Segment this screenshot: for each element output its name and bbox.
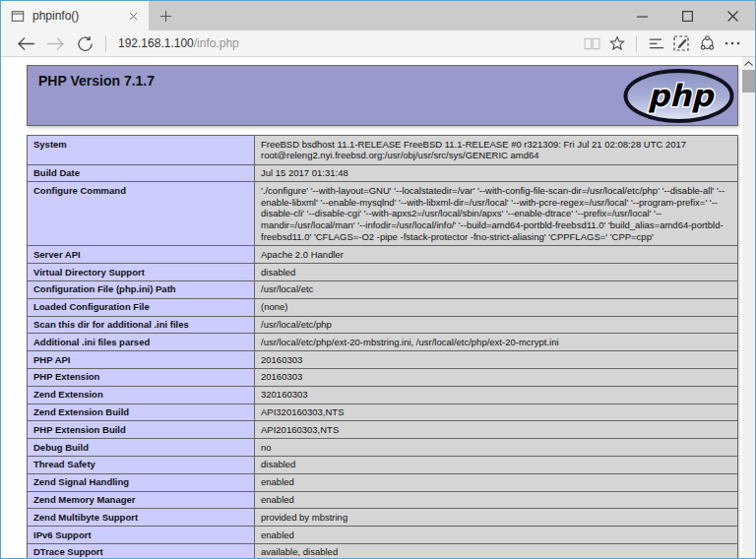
row-value: (none) (255, 298, 738, 316)
row-value: 20160303 (255, 368, 738, 386)
row-label: PHP API (28, 351, 255, 369)
phpinfo-table-body: SystemFreeBSD bsdhost 11.1-RELEASE FreeB… (28, 136, 738, 559)
row-label: IPv6 Support (28, 527, 255, 544)
row-value: available, disabled (255, 543, 738, 558)
row-value: enabled (255, 527, 738, 544)
row-label: PHP Extension (28, 368, 255, 386)
title-bar: phpinfo() (1, 1, 755, 31)
forward-button[interactable] (40, 31, 70, 56)
browser-tab[interactable]: phpinfo() (1, 1, 149, 31)
php-logo: php (623, 69, 734, 123)
table-row: DTrace Supportavailable, disabled (28, 543, 738, 558)
row-value: disabled (255, 264, 738, 281)
row-value: provided by mbstring (255, 509, 738, 527)
row-label: Zend Signal Handling (28, 473, 255, 491)
scroll-up-icon[interactable] (742, 57, 755, 69)
browser-window: phpinfo() (0, 0, 756, 559)
toolbar-separator (105, 35, 106, 52)
table-row: Configuration File (php.ini) Path/usr/lo… (28, 280, 738, 298)
row-label: Additional .ini files parsed (28, 334, 255, 351)
row-value: disabled (255, 456, 738, 473)
reading-view-icon[interactable] (579, 31, 604, 56)
row-value: Jul 15 2017 01:31:48 (255, 164, 738, 182)
share-icon[interactable] (694, 31, 720, 56)
table-row: Zend Extension BuildAPI320160303,NTS (28, 404, 738, 421)
row-label: Zend Memory Manager (28, 491, 255, 509)
row-label: DTrace Support (28, 543, 255, 558)
row-value: './configure' '--with-layout=GNU' '--loc… (255, 182, 738, 246)
table-row: Zend Signal Handlingenabled (28, 473, 738, 491)
table-row: Configure Command'./configure' '--with-l… (28, 182, 738, 246)
row-label: Configure Command (28, 182, 255, 246)
url-path: /info.php (194, 36, 239, 50)
row-label: Configuration File (php.ini) Path (28, 280, 255, 298)
url-host: 192.168.1.100 (118, 36, 194, 50)
row-value: API20160303,NTS (255, 421, 738, 439)
row-value: enabled (255, 491, 738, 509)
php-logo-text: php (648, 78, 715, 113)
row-value: /usr/local/etc/php (255, 316, 738, 334)
table-row: Zend Extension320160303 (28, 386, 738, 404)
row-label: Zend Extension Build (28, 404, 255, 421)
phpinfo-table: SystemFreeBSD bsdhost 11.1-RELEASE FreeB… (27, 135, 738, 558)
row-label: System (28, 136, 255, 165)
row-label: Build Date (28, 164, 255, 182)
tab-title: phpinfo() (32, 9, 117, 23)
page-content: PHP Version 7.1.7 php (1, 57, 755, 558)
row-value: API320160303,NTS (255, 404, 738, 421)
table-row: Build DateJul 15 2017 01:31:48 (28, 164, 738, 182)
back-button[interactable] (11, 31, 40, 56)
table-row: Loaded Configuration File(none) (28, 298, 738, 316)
window-controls (619, 1, 755, 31)
table-row: Debug Buildno (28, 439, 738, 457)
phpinfo-page: PHP Version 7.1.7 php (27, 65, 738, 558)
web-note-icon[interactable] (668, 31, 694, 56)
row-value: Apache 2.0 Handler (255, 246, 738, 264)
address-bar[interactable]: 192.168.1.100/info.php (112, 36, 579, 50)
row-label: Virtual Directory Support (28, 264, 255, 281)
table-row: PHP Extension BuildAPI20160303,NTS (28, 421, 738, 439)
table-row: Virtual Directory Supportdisabled (28, 264, 738, 281)
table-row: SystemFreeBSD bsdhost 11.1-RELEASE FreeB… (28, 136, 738, 165)
row-label: Scan this dir for additional .ini files (28, 316, 255, 334)
table-row: Zend Memory Managerenabled (28, 491, 738, 509)
row-label: Thread Safety (28, 456, 255, 473)
hub-icon[interactable] (643, 31, 668, 56)
toolbar-separator (636, 35, 637, 52)
row-value: no (255, 439, 738, 457)
row-value: /usr/local/etc/php/ext-20-mbstring.ini, … (255, 334, 738, 351)
table-row: Zend Multibyte Supportprovided by mbstri… (28, 509, 738, 527)
row-label: Debug Build (28, 439, 255, 457)
favorites-star-icon[interactable] (604, 31, 630, 56)
new-tab-button[interactable] (149, 1, 182, 31)
page-favicon-icon (11, 10, 25, 23)
row-value: 320160303 (255, 386, 738, 404)
row-label: Zend Multibyte Support (28, 509, 255, 527)
row-label: Zend Extension (28, 386, 255, 404)
close-window-button[interactable] (710, 1, 755, 31)
table-row: IPv6 Supportenabled (28, 527, 738, 544)
table-row: PHP API20160303 (28, 351, 738, 369)
navigation-toolbar: 192.168.1.100/info.php (1, 31, 755, 57)
vertical-scrollbar[interactable] (742, 57, 755, 558)
refresh-button[interactable] (70, 31, 99, 56)
row-value: 20160303 (255, 351, 738, 369)
table-row: Server APIApache 2.0 Handler (28, 246, 738, 264)
row-label: Server API (28, 246, 255, 264)
row-value: enabled (255, 473, 738, 491)
table-row: Additional .ini files parsed/usr/local/e… (28, 334, 738, 351)
row-label: PHP Extension Build (28, 421, 255, 439)
table-row: Thread Safetydisabled (28, 456, 738, 473)
minimize-button[interactable] (619, 1, 664, 31)
row-label: Loaded Configuration File (28, 298, 255, 316)
more-options-icon[interactable] (720, 31, 745, 56)
table-row: Scan this dir for additional .ini files/… (28, 316, 738, 334)
titlebar-drag-area (182, 1, 619, 31)
row-value: /usr/local/etc (255, 280, 738, 298)
tab-close-icon[interactable] (125, 8, 141, 24)
phpinfo-header: PHP Version 7.1.7 php (27, 65, 738, 126)
maximize-button[interactable] (664, 1, 710, 31)
scrollbar-thumb[interactable] (742, 70, 755, 93)
table-row: PHP Extension20160303 (28, 368, 738, 386)
row-value: FreeBSD bsdhost 11.1-RELEASE FreeBSD 11.… (255, 136, 738, 165)
